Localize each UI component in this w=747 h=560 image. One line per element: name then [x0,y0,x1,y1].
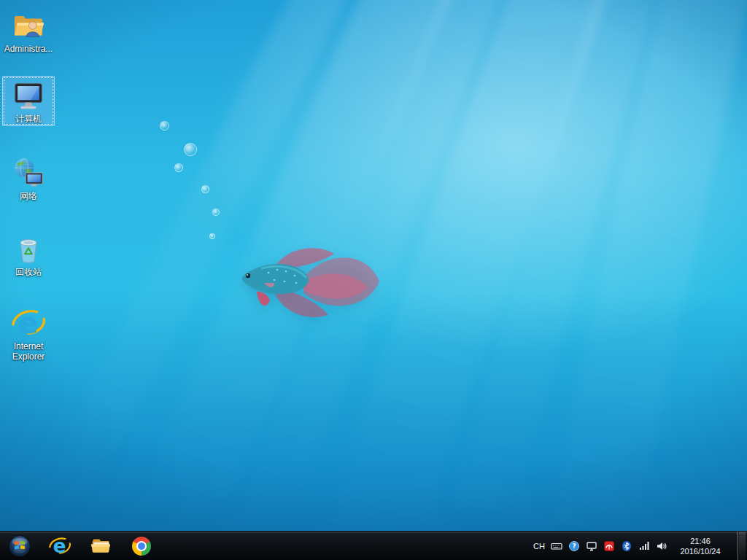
svg-text:?: ? [572,542,576,550]
svg-text:e: e [53,535,66,557]
taskbar-explorer-button[interactable] [80,532,121,560]
icon-label: 网络 [20,191,37,201]
bubble [209,233,215,239]
help-icon[interactable]: ? [568,540,580,552]
icon-label: Internet Explorer [3,341,54,362]
avira-icon[interactable] [603,540,615,552]
desktop-icon-network[interactable]: 网络 [2,153,55,203]
desktop-icon-internet-explorer[interactable]: e Internet Explorer [2,303,55,364]
system-tray: CH ? [533,532,747,560]
network-signal-icon[interactable] [638,540,650,552]
bubble [201,185,209,193]
svg-text:e: e [18,306,38,340]
bubble [184,143,197,156]
desktop-icon-recycle-bin[interactable]: 回收站 [2,229,55,279]
desktop-icon-computer[interactable]: 计算机 [2,76,55,126]
clock-date: 2016/10/24 [676,546,724,556]
desktop-icon-administrator[interactable]: Administra... [2,6,55,56]
language-indicator[interactable]: CH [533,542,545,551]
bubble [174,163,183,172]
bubble [160,121,169,131]
taskbar-chrome-button[interactable] [121,532,162,560]
icon-label: Administra... [4,44,53,54]
show-desktop-button[interactable] [738,532,746,560]
network-icon [12,156,45,190]
taskbar: e CH [0,531,747,560]
user-folder-icon [12,9,45,42]
bluetooth-icon[interactable] [621,540,632,552]
desktop[interactable]: Administra... 计算机 [0,0,747,560]
volume-icon[interactable] [656,540,667,552]
start-button[interactable] [0,532,39,560]
keyboard-icon[interactable] [551,540,562,552]
internet-explorer-icon: e [49,535,71,557]
wallpaper [0,0,747,560]
windows-orb-icon [8,534,31,558]
safely-remove-hardware-icon[interactable] [586,540,597,552]
betta-fish [232,225,385,334]
icon-label: 回收站 [15,267,42,277]
folder-icon [90,536,111,556]
internet-explorer-icon: e [12,306,45,340]
icon-label: 计算机 [15,114,42,124]
computer-icon [12,79,45,112]
recycle-bin-icon [12,232,45,265]
clock-time: 21:46 [676,536,724,546]
bubble [212,209,220,216]
clock[interactable]: 21:46 2016/10/24 [676,536,724,556]
chrome-icon [132,537,151,556]
taskbar-internet-explorer-button[interactable]: e [39,532,80,560]
